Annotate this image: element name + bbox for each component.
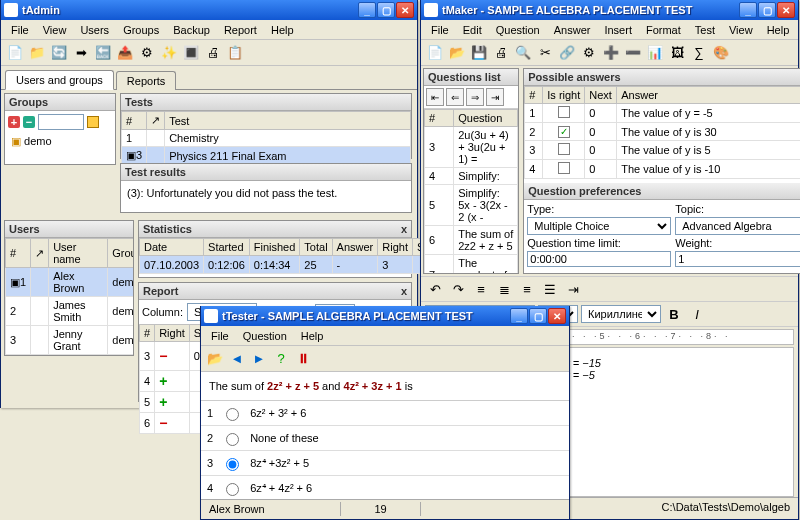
align-left-icon[interactable]: ≡ bbox=[471, 279, 491, 299]
indent-icon[interactable]: ⇥ bbox=[563, 279, 583, 299]
folder-icon[interactable]: 📁 bbox=[27, 43, 47, 63]
menu-question[interactable]: Question bbox=[490, 22, 546, 38]
last-icon[interactable]: ⇥ bbox=[486, 88, 504, 106]
export-icon[interactable]: 📤 bbox=[115, 43, 135, 63]
settings-icon[interactable]: ⚙ bbox=[137, 43, 157, 63]
undo-icon[interactable]: ↶ bbox=[425, 279, 445, 299]
menu-help[interactable]: Help bbox=[295, 328, 330, 344]
menu-view[interactable]: View bbox=[37, 22, 73, 38]
weight-input[interactable] bbox=[675, 251, 800, 267]
q-row[interactable]: 7The product of x - 1 and bbox=[425, 255, 518, 274]
minimize-button[interactable]: _ bbox=[739, 2, 757, 18]
option-row[interactable]: 16z² + 3² + 6 bbox=[201, 401, 569, 426]
menu-format[interactable]: Format bbox=[640, 22, 687, 38]
reload-icon[interactable]: 🔄 bbox=[49, 43, 69, 63]
math-icon[interactable]: ∑ bbox=[689, 43, 709, 63]
type-select[interactable]: Multiple Choice bbox=[527, 217, 671, 235]
add-group-icon[interactable]: + bbox=[8, 116, 20, 128]
arrow-right-icon[interactable]: ➡ bbox=[71, 43, 91, 63]
del-group-icon[interactable]: − bbox=[23, 116, 35, 128]
user-row[interactable]: ▣1Alex Browndemo bbox=[6, 268, 135, 297]
bullets-icon[interactable]: ☰ bbox=[540, 279, 560, 299]
group-item[interactable]: demo bbox=[24, 135, 52, 147]
user-row[interactable]: 2James Smithdemo bbox=[6, 297, 135, 326]
new-icon[interactable]: 📄 bbox=[5, 43, 25, 63]
test-row[interactable]: ▣3Physics 211 Final Exam bbox=[122, 147, 411, 165]
report-close-icon[interactable]: x bbox=[401, 285, 407, 297]
option-row[interactable]: 2None of these bbox=[201, 426, 569, 451]
menu-users[interactable]: Users bbox=[74, 22, 115, 38]
stats-close-icon[interactable]: x bbox=[401, 223, 407, 235]
user-row[interactable]: 4John Newmandemo bbox=[6, 355, 135, 357]
answer-row[interactable]: 10The value of y = -5 bbox=[525, 104, 800, 123]
group-name-input[interactable] bbox=[38, 114, 84, 130]
print-icon[interactable]: 🖨 bbox=[203, 43, 223, 63]
minimize-button[interactable]: _ bbox=[510, 308, 528, 324]
stop-icon[interactable]: ⏸ bbox=[293, 349, 313, 369]
italic-icon[interactable]: I bbox=[687, 304, 707, 324]
toggle-icon[interactable]: 🔳 bbox=[181, 43, 201, 63]
open-icon[interactable]: 📂 bbox=[447, 43, 467, 63]
q-row[interactable]: 32u(3u + 4) + 3u(2u + 1) = bbox=[425, 127, 518, 168]
new-icon[interactable]: 📄 bbox=[425, 43, 445, 63]
q-row[interactable]: 6The sum of 2z2 + z + 5 bbox=[425, 226, 518, 255]
topic-select[interactable]: Advanced Algebra bbox=[675, 217, 800, 235]
test-row[interactable]: 1Chemistry bbox=[122, 130, 411, 147]
option-radio[interactable] bbox=[226, 458, 239, 471]
answer-row[interactable]: 30The value of y is 5 bbox=[525, 141, 800, 160]
prev-q-icon[interactable]: ◄ bbox=[227, 349, 247, 369]
image-icon[interactable]: 🖼 bbox=[667, 43, 687, 63]
menu-backup[interactable]: Backup bbox=[167, 22, 216, 38]
answer-row[interactable]: 2✓0The value of y is 30 bbox=[525, 123, 800, 141]
lang-select[interactable]: Кириллинес bbox=[581, 305, 661, 323]
maximize-button[interactable]: ▢ bbox=[758, 2, 776, 18]
menu-edit[interactable]: Edit bbox=[457, 22, 488, 38]
link-icon[interactable]: 🔗 bbox=[557, 43, 577, 63]
menu-file[interactable]: File bbox=[205, 328, 235, 344]
menu-file[interactable]: File bbox=[425, 22, 455, 38]
back-icon[interactable]: 🔙 bbox=[93, 43, 113, 63]
star-icon[interactable]: ✨ bbox=[159, 43, 179, 63]
print-icon[interactable]: 🖨 bbox=[491, 43, 511, 63]
prev-icon[interactable]: ⇐ bbox=[446, 88, 464, 106]
col-num[interactable]: # bbox=[122, 112, 147, 130]
bold-icon[interactable]: B bbox=[664, 304, 684, 324]
menu-insert[interactable]: Insert bbox=[598, 22, 638, 38]
menu-answer[interactable]: Answer bbox=[548, 22, 597, 38]
open-icon[interactable]: 📂 bbox=[205, 349, 225, 369]
option-row[interactable]: 46z⁴ + 4z² + 6 bbox=[201, 476, 569, 499]
close-button[interactable]: ✕ bbox=[777, 2, 795, 18]
user-row[interactable]: 3Jenny Grantdemo bbox=[6, 326, 135, 355]
preview-icon[interactable]: 🔍 bbox=[513, 43, 533, 63]
option-radio[interactable] bbox=[226, 483, 239, 496]
menu-help[interactable]: Help bbox=[265, 22, 300, 38]
menu-groups[interactable]: Groups bbox=[117, 22, 165, 38]
help-icon[interactable]: ? bbox=[271, 349, 291, 369]
menu-test[interactable]: Test bbox=[689, 22, 721, 38]
maximize-button[interactable]: ▢ bbox=[377, 2, 395, 18]
menu-report[interactable]: Report bbox=[218, 22, 263, 38]
isright-check[interactable] bbox=[558, 143, 570, 155]
maximize-button[interactable]: ▢ bbox=[529, 308, 547, 324]
align-center-icon[interactable]: ≣ bbox=[494, 279, 514, 299]
minimize-button[interactable]: _ bbox=[358, 2, 376, 18]
option-radio[interactable] bbox=[226, 433, 239, 446]
q-row[interactable]: 4Simplify: bbox=[425, 168, 518, 185]
isright-check[interactable]: ✓ bbox=[558, 126, 570, 138]
col-test[interactable]: Test bbox=[165, 112, 411, 130]
tab-reports[interactable]: Reports bbox=[116, 71, 177, 90]
menu-view[interactable]: View bbox=[723, 22, 759, 38]
palette-icon[interactable]: 🎨 bbox=[711, 43, 731, 63]
next-q-icon[interactable]: ► bbox=[249, 349, 269, 369]
q-row[interactable]: 5Simplify: 5x - 3(2x - 2 (x - bbox=[425, 185, 518, 226]
answer-row[interactable]: 40The value of y is -10 bbox=[525, 160, 800, 179]
option-radio[interactable] bbox=[226, 408, 239, 421]
tadmin-titlebar[interactable]: tAdmin _ ▢ ✕ bbox=[1, 0, 417, 20]
time-input[interactable] bbox=[527, 251, 671, 267]
isright-check[interactable] bbox=[558, 106, 570, 118]
copy-icon[interactable]: 📋 bbox=[225, 43, 245, 63]
menu-file[interactable]: File bbox=[5, 22, 35, 38]
close-button[interactable]: ✕ bbox=[396, 2, 414, 18]
del-q-icon[interactable]: ➖ bbox=[623, 43, 643, 63]
chart-icon[interactable]: 📊 bbox=[645, 43, 665, 63]
